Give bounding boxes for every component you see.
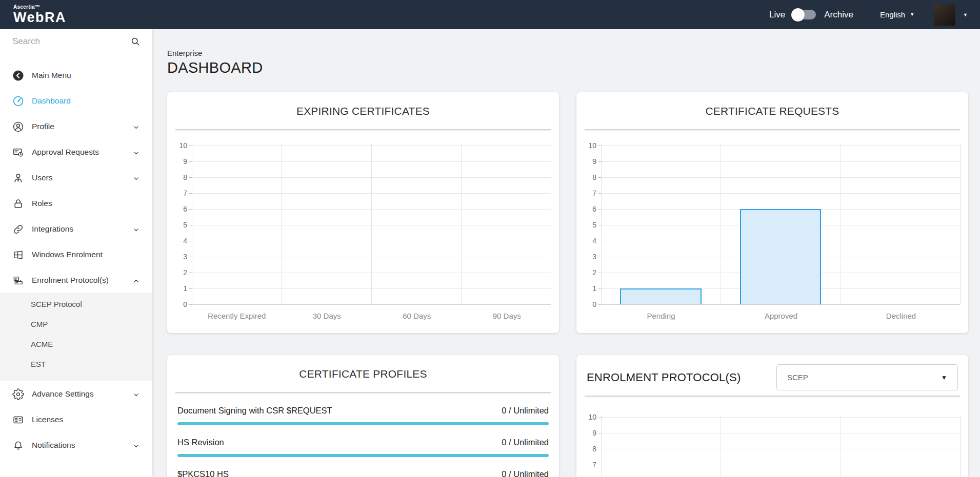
avatar[interactable]	[934, 4, 955, 26]
protocol-select-value: SCEP	[787, 373, 808, 382]
sidebar-item-label: Roles	[32, 199, 139, 208]
notifications-icon	[12, 440, 24, 451]
bar-pending	[620, 288, 702, 304]
sidebar-item-main-menu[interactable]: Main Menu	[0, 63, 152, 88]
profile-caret-down-icon[interactable]: ▼	[963, 12, 968, 17]
profile-progress-bar	[177, 422, 549, 425]
sidebar-subitem-cmp[interactable]: CMP	[0, 314, 152, 334]
main-content: Enterprise DASHBOARD EXPIRING CERTIFICAT…	[152, 29, 980, 477]
plot-area	[601, 417, 960, 477]
card-expiring-certificates: EXPIRING CERTIFICATES 109876543210Recent…	[167, 92, 559, 333]
gridline-horizontal	[601, 193, 960, 194]
sidebar-item-roles[interactable]: Roles	[0, 191, 152, 216]
chevron-down-icon	[133, 391, 139, 398]
search-input[interactable]	[12, 36, 130, 47]
sidebar-item-notifications[interactable]: Notifications	[0, 432, 152, 458]
y-tick-label: 2	[592, 268, 596, 277]
sidebar-item-windows-enrolment[interactable]: Windows Enrolment	[0, 242, 152, 267]
y-tick-label: 8	[592, 444, 596, 453]
sidebar-item-advance-settings[interactable]: Advance Settings	[0, 381, 152, 407]
sidebar-item-approval-requests[interactable]: Approval Requests	[0, 139, 152, 165]
topbar-controls: Live Archive English ▼ ▼	[769, 4, 968, 26]
advance-settings-icon	[12, 388, 24, 400]
profile-row: Document Signing with CSR $REQUEST0 / Un…	[177, 405, 549, 425]
sidebar-item-integrations[interactable]: Integrations	[0, 216, 152, 242]
sidebar-subitem-est[interactable]: EST	[0, 354, 152, 374]
brand-logo[interactable]: Ascertia™ WebRA	[13, 5, 66, 25]
sidebar-item-label: Integrations	[32, 224, 133, 234]
gridline-vertical	[721, 143, 721, 304]
approval-requests-icon	[12, 147, 24, 158]
y-tick-label: 1	[183, 284, 187, 293]
caret-down-icon: ▼	[941, 374, 947, 381]
sidebar-item-dashboard[interactable]: Dashboard	[0, 88, 152, 114]
sidebar-item-label: Advance Settings	[32, 389, 133, 399]
chevron-down-icon	[133, 226, 139, 233]
gridline-horizontal	[601, 465, 960, 465]
sidebar-subitem-acme[interactable]: ACME	[0, 334, 152, 354]
gridline-horizontal	[601, 417, 960, 418]
y-tick-label: 4	[592, 236, 596, 245]
sidebar-item-licenses[interactable]: Licenses	[0, 407, 152, 432]
language-label: English	[880, 10, 905, 19]
x-axis-label: 90 Days	[462, 312, 552, 320]
card-certificate-profiles: CERTIFICATE PROFILES Document Signing wi…	[167, 355, 559, 477]
sidebar-item-enrolment-protocol-s[interactable]: Enrolment Protocol(s)	[0, 267, 152, 293]
gridline-vertical	[960, 415, 961, 477]
enrolment-protocols-icon	[12, 275, 24, 286]
x-axis-label: Declined	[841, 312, 961, 320]
x-axis-labels: PendingApprovedDeclined	[601, 304, 961, 327]
divider	[175, 392, 551, 393]
y-tick-label: 8	[183, 173, 187, 182]
sidebar-item-label: Dashboard	[32, 96, 139, 106]
expiring-certificates-chart: 109876543210Recently Expired30 Days60 Da…	[174, 146, 552, 327]
y-tick-label: 7	[592, 189, 596, 198]
y-tick-label: 0	[592, 300, 596, 309]
y-tick-label: 9	[592, 428, 596, 438]
chart-body: 109876543210	[584, 146, 961, 304]
y-tick-label: 3	[592, 252, 596, 261]
y-tick-label: 7	[183, 189, 187, 198]
x-axis-line	[192, 304, 551, 305]
sidebar-item-users[interactable]: Users	[0, 165, 152, 191]
windows-icon	[12, 249, 24, 261]
y-tick-label: 5	[592, 220, 596, 230]
sidebar-subitem-scep-protocol[interactable]: SCEP Protocol	[0, 294, 152, 314]
gridline-vertical	[192, 143, 192, 304]
users-icon	[12, 172, 24, 184]
gridline-horizontal	[601, 177, 960, 178]
chevron-down-icon	[133, 123, 139, 130]
gridline-vertical	[841, 143, 841, 304]
profile-usage: 0 / Unlimited	[502, 469, 549, 477]
gridline-vertical	[282, 143, 282, 304]
plot-area	[192, 146, 551, 304]
back-circle-icon	[12, 70, 24, 81]
x-axis-label: Approved	[721, 312, 841, 320]
x-axis-labels: Recently Expired30 Days60 Days90 Days	[192, 304, 552, 327]
sidebar: Main MenuDashboardProfileApproval Reques…	[0, 29, 152, 477]
profile-name: Document Signing with CSR $REQUEST	[177, 405, 332, 416]
brand-product: WebRA	[13, 11, 66, 25]
sidebar-item-label: Profile	[32, 122, 133, 131]
roles-icon	[12, 198, 24, 210]
sidebar-nav: Main MenuDashboardProfileApproval Reques…	[0, 54, 152, 458]
chevron-up-icon	[133, 277, 139, 284]
live-archive-toggle[interactable]	[792, 10, 816, 19]
language-dropdown[interactable]: English ▼	[880, 10, 914, 19]
profile-name: $PKCS10 HS	[177, 469, 229, 477]
sidebar-item-label: Users	[32, 173, 133, 182]
certificate-requests-title: CERTIFICATE REQUESTS	[584, 105, 961, 118]
search-icon[interactable]	[130, 36, 141, 47]
search-bar	[0, 29, 152, 54]
card-enrolment-protocols: ENROLMENT PROTOCOL(S) SCEP ▼ 10987654321…	[576, 355, 968, 477]
sidebar-item-profile[interactable]: Profile	[0, 114, 152, 139]
live-label: Live	[769, 10, 785, 20]
profile-usage: 0 / Unlimited	[502, 405, 549, 416]
protocol-select[interactable]: SCEP ▼	[776, 364, 958, 390]
y-tick-label: 2	[183, 268, 187, 277]
bar-approved	[740, 209, 822, 304]
y-tick-label: 8	[592, 173, 596, 182]
y-tick-label: 0	[183, 300, 187, 309]
expiring-certificates-title: EXPIRING CERTIFICATES	[174, 105, 552, 118]
y-axis: 109876543210	[584, 146, 601, 304]
